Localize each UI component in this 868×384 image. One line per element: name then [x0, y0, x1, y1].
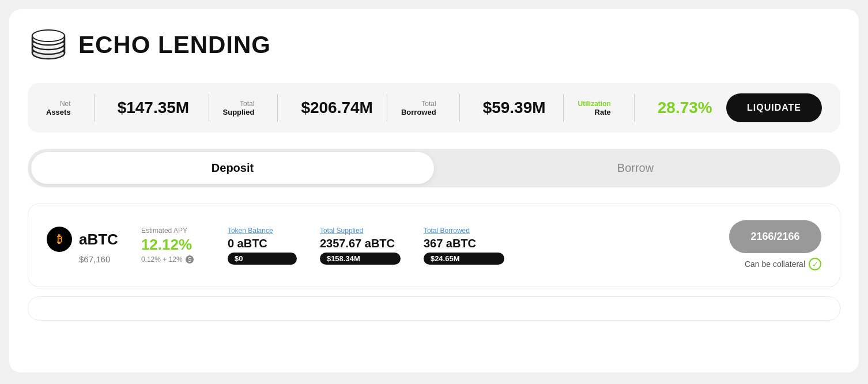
abtc-token-balance-group: Token Balance 0 aBTC $0 — [228, 227, 297, 265]
tab-bar: Deposit Borrow — [28, 149, 840, 187]
total-borrowed-label-bottom: Borrowed — [401, 108, 436, 116]
total-borrowed-col-value: 367 aBTC — [424, 237, 504, 250]
abtc-total-supplied-group: Total Supplied 2357.67 aBTC $158.34M — [320, 227, 401, 265]
divider-3 — [277, 94, 278, 122]
utilization-label-bottom: Rate — [595, 108, 611, 116]
apy-label: Estimated APY — [141, 227, 205, 235]
can-be-collateral: Can be collateral ✓ — [745, 258, 821, 270]
stats-bar: Net Assets $147.35M Total Supplied $206.… — [28, 83, 840, 133]
net-assets-label-top: Net — [60, 100, 71, 108]
abtc-action-button[interactable]: 2166/2166 — [729, 220, 821, 253]
net-assets-value: $147.35M — [118, 99, 190, 117]
total-borrowed-label-top: Total — [421, 100, 436, 108]
divider-4 — [387, 94, 387, 122]
utilization-label-top: Utilization — [578, 100, 610, 108]
divider-1 — [94, 94, 95, 122]
divider-7 — [634, 94, 635, 122]
total-borrowed-stat: Total Borrowed $59.39M — [401, 94, 550, 122]
abtc-action-group: 2166/2166 Can be collateral ✓ — [729, 220, 821, 270]
divider-5 — [459, 94, 460, 122]
staking-icon: S — [185, 255, 194, 264]
divider-2 — [209, 94, 209, 122]
total-supplied-usd-badge: $158.34M — [320, 253, 401, 265]
divider-6 — [563, 94, 564, 122]
apy-sub: 0.12% + 12% S — [141, 255, 205, 264]
net-assets-stat: Net Assets $147.35M — [46, 94, 195, 122]
total-supplied-label-bottom: Supplied — [223, 108, 255, 116]
tab-borrow[interactable]: Borrow — [434, 152, 837, 184]
liquidate-button[interactable]: LIQUIDATE — [726, 93, 822, 122]
apy-value: 12.12% — [141, 236, 205, 254]
net-assets-label-bottom: Assets — [46, 108, 71, 116]
abtc-total-borrowed-group: Total Borrowed 367 aBTC $24.65M — [424, 227, 504, 265]
token-balance-value: 0 aBTC — [228, 237, 297, 250]
svg-text:S: S — [187, 257, 191, 263]
total-borrowed-value: $59.39M — [483, 99, 546, 117]
total-supplied-stat: Total Supplied $206.74M — [223, 94, 373, 122]
total-supplied-value: $206.74M — [301, 99, 373, 117]
svg-text:₿: ₿ — [57, 234, 62, 245]
asset-card-abtc: ₿ aBTC $67,160 Estimated APY 12.12% 0.12… — [28, 204, 840, 287]
total-borrowed-usd-badge: $24.65M — [424, 253, 504, 265]
token-balance-usd-badge: $0 — [228, 253, 297, 265]
total-supplied-label-top: Total — [240, 100, 254, 108]
svg-point-4 — [32, 30, 65, 42]
total-borrowed-col-label[interactable]: Total Borrowed — [424, 227, 504, 235]
abtc-name: aBTC — [79, 231, 118, 249]
app-logo — [28, 23, 69, 67]
abtc-price: $67,160 — [79, 254, 110, 264]
asset-info-abtc: ₿ aBTC $67,160 — [47, 227, 118, 264]
total-supplied-col-value: 2357.67 aBTC — [320, 237, 401, 250]
app-header: ECHO LENDING — [28, 23, 840, 67]
abtc-icon: ₿ — [47, 227, 72, 252]
asset-card-partial — [28, 296, 840, 321]
collateral-check-icon: ✓ — [809, 258, 821, 270]
tab-deposit[interactable]: Deposit — [31, 152, 434, 184]
abtc-apy-group: Estimated APY 12.12% 0.12% + 12% S — [141, 227, 205, 264]
utilization-rate-stat: Utilization Rate 28.73% — [578, 94, 726, 122]
total-supplied-col-label[interactable]: Total Supplied — [320, 227, 401, 235]
app-title: ECHO LENDING — [78, 31, 271, 59]
token-balance-label[interactable]: Token Balance — [228, 227, 297, 235]
utilization-rate-value: 28.73% — [658, 99, 712, 117]
